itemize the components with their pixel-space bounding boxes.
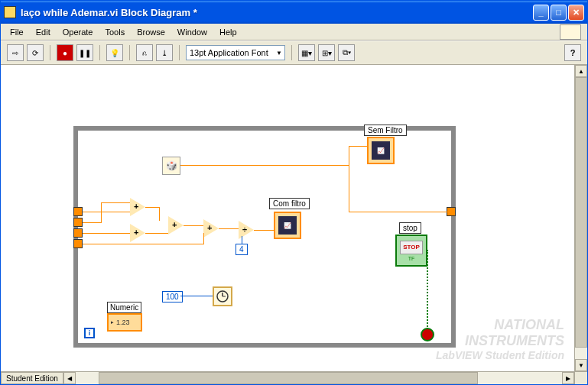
wire[interactable] xyxy=(159,207,160,221)
com-filtro-label: Com filtro xyxy=(269,198,310,209)
wire[interactable] xyxy=(254,230,275,231)
wire[interactable] xyxy=(145,233,168,234)
menu-edit[interactable]: Edit xyxy=(30,25,57,39)
context-help-button[interactable]: ? xyxy=(564,44,581,61)
retain-wire-button[interactable]: ⎌ xyxy=(136,44,153,61)
toolbar: ⇨ ⟳ ● ❚❚ 💡 ⎌ ⤓ 13pt Application Font ▦▾ … xyxy=(1,40,587,65)
add-node[interactable]: + xyxy=(130,198,145,216)
stop-label: stop xyxy=(399,222,421,234)
wire[interactable] xyxy=(180,165,349,166)
separator xyxy=(99,45,100,60)
scroll-track[interactable] xyxy=(76,372,562,384)
menu-file[interactable]: File xyxy=(4,25,30,39)
numeric-value: 1.23 xyxy=(116,319,130,326)
scroll-corner xyxy=(574,372,587,384)
abort-button[interactable]: ● xyxy=(57,44,73,61)
separator xyxy=(291,45,292,60)
stop-tf-label: TF xyxy=(408,256,415,261)
step-button[interactable]: ⤓ xyxy=(156,44,173,61)
wire[interactable] xyxy=(83,233,130,234)
reorder-button[interactable]: ⧉▾ xyxy=(338,44,355,61)
scroll-track[interactable] xyxy=(575,77,587,359)
add-node[interactable]: + xyxy=(168,216,184,235)
scroll-thumb[interactable] xyxy=(575,77,587,348)
wire[interactable] xyxy=(349,146,369,147)
numeric-constant-4[interactable]: 4 xyxy=(236,244,248,255)
menu-window[interactable]: Window xyxy=(171,25,213,39)
wire[interactable] xyxy=(159,244,203,244)
font-select-label: 13pt Application Font xyxy=(190,48,268,57)
highlight-button[interactable]: 💡 xyxy=(106,44,123,61)
metronome-icon xyxy=(216,290,229,302)
menu-browse[interactable]: Browse xyxy=(131,25,171,39)
graph-icon: 📈 xyxy=(278,216,297,235)
font-select[interactable]: 13pt Application Font xyxy=(186,45,285,60)
wire[interactable] xyxy=(101,202,102,223)
menu-operate[interactable]: Operate xyxy=(57,25,99,39)
scroll-right-button[interactable]: ▶ xyxy=(562,372,574,384)
numeric-constant-100[interactable]: 100 xyxy=(162,291,183,302)
scroll-down-button[interactable]: ▼ xyxy=(575,359,587,371)
wire[interactable] xyxy=(184,225,203,226)
app-icon xyxy=(4,6,16,18)
wait-ms-node[interactable] xyxy=(213,286,232,306)
wire[interactable] xyxy=(180,296,213,296)
vi-icon[interactable] xyxy=(560,24,581,40)
separator xyxy=(129,45,130,60)
loop-condition-terminal[interactable] xyxy=(421,328,434,341)
com-filtro-indicator[interactable]: 📈 xyxy=(274,212,301,239)
scroll-left-button[interactable]: ◀ xyxy=(63,372,76,384)
run-continuous-button[interactable]: ⟳ xyxy=(27,44,44,61)
while-loop[interactable]: 🎲 Sem Filtro 📈 + + + xyxy=(73,126,456,348)
shift-register-left[interactable] xyxy=(73,218,83,227)
wire[interactable] xyxy=(101,202,130,203)
align-button[interactable]: ▦▾ xyxy=(298,44,315,61)
wire[interactable] xyxy=(83,222,101,223)
wire[interactable] xyxy=(349,212,448,212)
window-buttons: _ □ ✕ xyxy=(533,5,584,21)
menubar: File Edit Operate Tools Browse Window He… xyxy=(1,24,587,40)
numeric-control[interactable]: Numeric ▸ 1.23 xyxy=(107,302,142,332)
stop-button-face: STOP xyxy=(400,241,423,254)
wire[interactable] xyxy=(203,233,204,244)
numeric-label: Numeric xyxy=(107,302,141,313)
horizontal-scrollbar: Student Edition ◀ ▶ xyxy=(1,371,587,384)
random-number-node[interactable]: 🎲 xyxy=(162,157,180,175)
separator xyxy=(179,45,180,60)
wire[interactable] xyxy=(219,228,239,229)
shift-register-left[interactable] xyxy=(73,207,83,216)
block-diagram-canvas[interactable]: 🎲 Sem Filtro 📈 + + + xyxy=(1,65,587,384)
titlebar[interactable]: laço while Ademar.vi Block Diagram * _ □… xyxy=(1,1,587,24)
close-button[interactable]: ✕ xyxy=(568,5,584,21)
graph-icon: 📈 xyxy=(372,141,390,160)
wire[interactable] xyxy=(242,236,242,244)
stop-button-control[interactable]: STOP TF xyxy=(395,235,427,267)
separator xyxy=(50,45,50,60)
menu-tools[interactable]: Tools xyxy=(99,25,131,39)
shift-register-left[interactable] xyxy=(73,228,83,238)
run-button[interactable]: ⇨ xyxy=(7,44,24,61)
iteration-terminal: i xyxy=(84,328,95,338)
sem-filtro-indicator[interactable]: 📈 xyxy=(367,137,395,164)
scroll-thumb[interactable] xyxy=(99,372,478,384)
minimize-button[interactable]: _ xyxy=(533,5,549,21)
wire[interactable] xyxy=(83,212,130,212)
window-title: laço while Ademar.vi Block Diagram * xyxy=(21,7,533,18)
distribute-button[interactable]: ⊞▾ xyxy=(318,44,335,61)
maximize-button[interactable]: □ xyxy=(551,5,567,21)
wire[interactable] xyxy=(145,207,159,208)
shift-register-left[interactable] xyxy=(73,239,83,248)
menu-help[interactable]: Help xyxy=(213,25,243,39)
scroll-up-button[interactable]: ▲ xyxy=(575,65,587,77)
numeric-body: ▸ 1.23 xyxy=(107,313,142,332)
divide-node[interactable]: ÷ xyxy=(239,221,254,239)
add-node[interactable]: + xyxy=(130,224,145,242)
add-node[interactable]: + xyxy=(203,219,219,238)
wire[interactable] xyxy=(83,244,159,244)
status-edition: Student Edition xyxy=(1,372,63,384)
wire-boolean[interactable] xyxy=(427,250,428,329)
vertical-scrollbar[interactable]: ▲ ▼ xyxy=(574,65,587,371)
pause-button[interactable]: ❚❚ xyxy=(76,44,93,61)
wire[interactable] xyxy=(349,146,349,166)
wire[interactable] xyxy=(349,165,349,212)
